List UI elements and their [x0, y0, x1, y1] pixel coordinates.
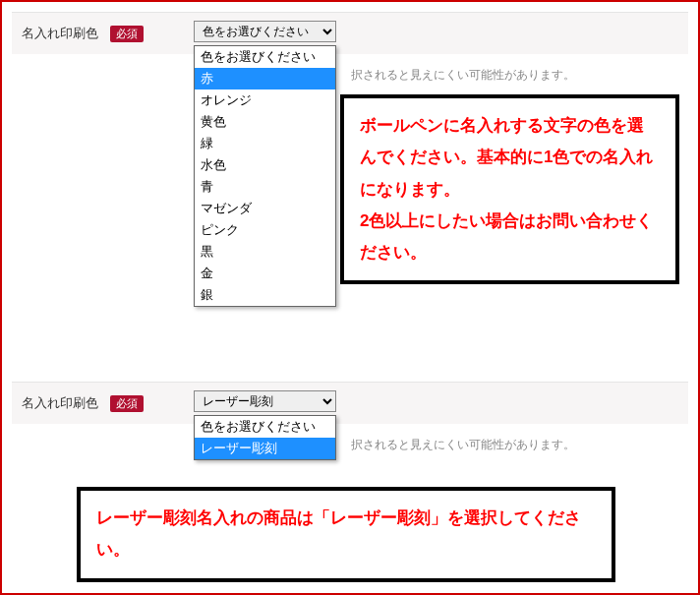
print-color-select[interactable]: 色をお選びください	[194, 21, 336, 42]
callout-text: レーザー彫刻名入れの商品は「レーザー彫刻」を選択してください。	[96, 508, 581, 559]
dropdown-item[interactable]: マゼンダ	[195, 198, 335, 219]
field-label: 名入れ印刷色	[22, 25, 98, 42]
dropdown-item[interactable]: 色をお選びください	[195, 416, 335, 438]
hint-text: 択されると見えにくい可能性があります。	[351, 437, 575, 453]
dropdown-item[interactable]: 金	[195, 263, 335, 284]
dropdown-item[interactable]: 色をお選びください	[195, 46, 335, 68]
dropdown-item[interactable]: 水色	[195, 154, 335, 176]
label-cell: 名入れ印刷色 必須	[12, 21, 184, 46]
dropdown-item[interactable]: ピンク	[195, 219, 335, 241]
form-row: 名入れ印刷色 必須 色をお選びください	[12, 12, 688, 54]
hint-text: 択されると見えにくい可能性があります。	[351, 67, 575, 84]
input-cell: レーザー彫刻	[184, 390, 688, 412]
form-row: 名入れ印刷色 必須 レーザー彫刻	[12, 382, 688, 424]
print-color-select-laser[interactable]: レーザー彫刻	[194, 390, 336, 412]
field-label: 名入れ印刷色	[22, 394, 98, 412]
input-cell: 色をお選びください	[184, 21, 688, 42]
dropdown-list-colors[interactable]: 色をお選びください赤オレンジ黄色緑水色青マゼンダピンク黒金銀	[194, 45, 336, 307]
dropdown-item[interactable]: 緑	[195, 133, 335, 154]
dropdown-item[interactable]: 銀	[195, 284, 335, 306]
callout-box-color: ボールペンに名入れする文字の色を選んでください。基本的に1色での名入れになります…	[340, 94, 679, 284]
required-badge: 必須	[110, 395, 144, 412]
label-cell: 名入れ印刷色 必須	[12, 390, 184, 416]
callout-text: ボールペンに名入れする文字の色を選んでください。基本的に1色での名入れになります…	[360, 116, 653, 262]
form-section-color: 名入れ印刷色 必須 色をお選びください 択されると見えにくい可能性があります。 …	[12, 12, 688, 54]
dropdown-item[interactable]: 黄色	[195, 111, 335, 133]
callout-box-laser: レーザー彫刻名入れの商品は「レーザー彫刻」を選択してください。	[77, 487, 615, 582]
dropdown-item[interactable]: レーザー彫刻	[195, 438, 335, 459]
required-badge: 必須	[110, 26, 144, 42]
form-section-laser: 名入れ印刷色 必須 レーザー彫刻 択されると見えにくい可能性があります。 色をお…	[12, 382, 688, 424]
dropdown-list-laser[interactable]: 色をお選びくださいレーザー彫刻	[194, 415, 336, 460]
dropdown-item[interactable]: 赤	[195, 68, 335, 89]
dropdown-item[interactable]: オレンジ	[195, 89, 335, 111]
dropdown-item[interactable]: 黒	[195, 241, 335, 263]
dropdown-item[interactable]: 青	[195, 176, 335, 198]
